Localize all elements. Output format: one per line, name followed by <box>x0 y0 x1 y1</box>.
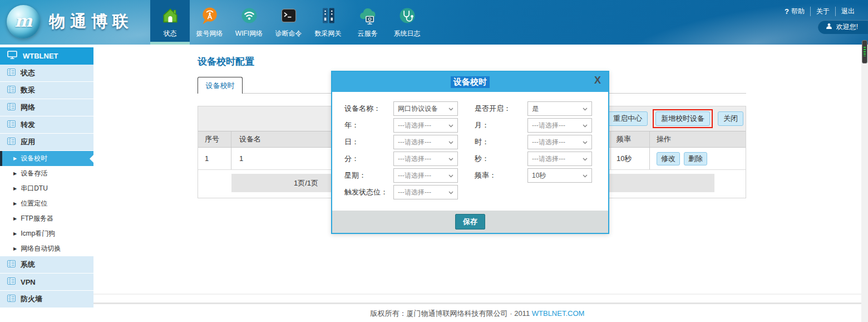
sidebar-item-network-auto-switch[interactable]: ▶ 网络自动切换 <box>0 241 93 256</box>
copyright-text: 版权所有：厦门物通博联网络科技有限公司 · 2011 <box>371 309 530 318</box>
nav-item-wifi-network[interactable]: WIFI网络 <box>229 0 269 45</box>
enable-label: 是否开启： <box>458 104 527 114</box>
cloud-icon <box>357 4 379 27</box>
sidebar-item-ftp-server[interactable]: ▶ FTP服务器 <box>0 211 93 226</box>
user-icon <box>826 23 832 31</box>
sidebar-item-data-collection[interactable]: 数采 <box>0 82 93 99</box>
triangle-marker-icon: ▶ <box>13 156 17 161</box>
week-select[interactable]: ---请选择--- <box>393 168 458 183</box>
list-icon <box>7 260 16 269</box>
sidebar-item-application[interactable]: 应用 <box>0 134 93 151</box>
nav-item-status[interactable]: 状态 <box>150 0 190 45</box>
device-name-label: 设备名称： <box>344 104 393 114</box>
frequency-select[interactable]: 10秒 <box>527 168 592 183</box>
scrollbar-thumb[interactable] <box>862 40 867 64</box>
about-link[interactable]: 关于 <box>810 7 835 16</box>
day-select[interactable]: ---请选择--- <box>393 135 458 149</box>
trigger-status-select[interactable]: ---请选择--- <box>393 185 458 199</box>
select-value: ---请选择--- <box>398 138 431 147</box>
dialog-header[interactable]: 设备校时 X <box>332 72 608 92</box>
select-value: 网口协议设备 <box>398 104 438 114</box>
sidebar-item-device-timing[interactable]: ▶ 设备校时 <box>0 151 93 166</box>
trigger-status-label: 触发状态位： <box>344 187 393 197</box>
triangle-marker-icon: ▶ <box>13 186 17 191</box>
hour-select[interactable]: ---请选择--- <box>527 135 592 149</box>
sidebar-item-label: 系统 <box>21 260 35 270</box>
delete-button[interactable]: 删除 <box>684 152 707 165</box>
nav-label: WIFI网络 <box>235 29 263 38</box>
list-icon <box>7 86 16 95</box>
device-name-select[interactable]: 网口协议设备 <box>393 101 458 116</box>
sidebar-item-system[interactable]: 系统 <box>0 256 93 274</box>
modify-button[interactable]: 修改 <box>657 152 680 165</box>
scrollbar-track[interactable] <box>861 45 868 322</box>
nav-item-system-log[interactable]: 系统日志 <box>387 0 427 45</box>
nav-label: 云服务 <box>358 29 378 38</box>
col-header-frequency: 频率 <box>611 131 650 147</box>
nav-item-diagnostic-command[interactable]: 诊断命令 <box>269 0 308 45</box>
sidebar-item-vpn[interactable]: VPN <box>0 274 93 291</box>
add-timing-device-button[interactable]: 新增校时设备 <box>655 111 710 126</box>
top-header: m 物通博联 状态 <box>0 0 868 45</box>
second-select[interactable]: ---请选择--- <box>527 152 592 166</box>
col-header-index: 序号 <box>198 131 231 147</box>
home-icon <box>159 4 181 27</box>
chevron-down-icon <box>583 155 588 163</box>
nav-item-cloud-service[interactable]: 云服务 <box>348 0 387 45</box>
day-label: 日： <box>344 137 393 147</box>
help-link[interactable]: ? 帮助 <box>779 7 810 16</box>
footer-link[interactable]: WTBLNET.COM <box>532 309 585 318</box>
chevron-down-icon <box>448 121 453 129</box>
dialog-footer: 保存 <box>332 211 608 233</box>
sidebar-item-firewall[interactable]: 防火墙 <box>0 291 93 308</box>
brand-name: 物通博联 <box>49 11 134 33</box>
stethoscope-icon <box>396 4 418 27</box>
sidebar-item-device-alive[interactable]: ▶ 设备存活 <box>0 166 93 181</box>
sidebar-sub-label: 设备校时 <box>21 154 47 163</box>
tab-device-timing[interactable]: 设备校时 <box>198 77 243 94</box>
month-select[interactable]: ---请选择--- <box>527 118 592 133</box>
sidebar-item-serial-dtu[interactable]: ▶ 串口DTU <box>0 181 93 196</box>
footer-divider <box>93 303 861 304</box>
content-divider <box>93 294 861 295</box>
restart-center-button[interactable]: 重启中心 <box>608 111 648 126</box>
nav-label: 状态 <box>164 29 177 38</box>
list-icon <box>7 120 16 129</box>
save-button[interactable]: 保存 <box>455 214 485 230</box>
sidebar-item-forwarding[interactable]: 转发 <box>0 116 93 134</box>
logout-label: 退出 <box>841 7 855 16</box>
sidebar-item-location[interactable]: ▶ 位置定位 <box>0 196 93 211</box>
dialog-form: 设备名称： 网口协议设备 是否开启： 是 年： ---请选择--- 月： ---… <box>344 101 593 199</box>
chevron-down-icon <box>448 138 453 146</box>
minute-select[interactable]: ---请选择--- <box>393 152 458 166</box>
nav-item-data-gateway[interactable]: 数采网关 <box>308 0 348 45</box>
select-value: ---请选择--- <box>398 121 431 130</box>
select-value: 是 <box>532 104 539 114</box>
dialog-title: 设备校时 <box>451 76 490 88</box>
page-title: 设备校时配置 <box>198 55 254 68</box>
sidebar-item-network[interactable]: 网络 <box>0 99 93 116</box>
sidebar-item-label: 网络 <box>21 103 35 113</box>
close-icon[interactable]: X <box>594 75 601 86</box>
globe-logo-icon: m <box>7 5 40 38</box>
triangle-marker-icon: ▶ <box>13 246 17 251</box>
second-label: 秒： <box>458 154 527 164</box>
select-value: ---请选择--- <box>398 188 431 197</box>
welcome-text: 欢迎您! <box>836 22 858 32</box>
nav-item-dial-network[interactable]: 拨号网络 <box>190 0 229 45</box>
sidebar-sub-label: 网络自动切换 <box>21 244 61 253</box>
nav-label: 诊断命令 <box>275 29 302 38</box>
chevron-down-icon <box>583 121 588 129</box>
sidebar-sub-label: 串口DTU <box>21 184 48 193</box>
chevron-down-icon <box>583 172 588 179</box>
logout-link[interactable]: 退出 <box>835 7 860 16</box>
welcome-badge[interactable]: 欢迎您! <box>818 20 868 34</box>
sidebar-item-status[interactable]: 状态 <box>0 65 93 82</box>
close-panel-button[interactable]: 关闭 <box>718 111 743 126</box>
enable-select[interactable]: 是 <box>527 101 592 116</box>
select-value: ---请选择--- <box>398 171 431 180</box>
year-select[interactable]: ---请选择--- <box>393 118 458 133</box>
minute-label: 分： <box>344 154 393 164</box>
sidebar: WTBLNET 状态 数采 网络 转发 应用 ▶ 设备校时 ▶ 设备存活 ▶ 串… <box>0 47 93 308</box>
sidebar-item-icmp-watchdog[interactable]: ▶ Icmp看门狗 <box>0 226 93 241</box>
